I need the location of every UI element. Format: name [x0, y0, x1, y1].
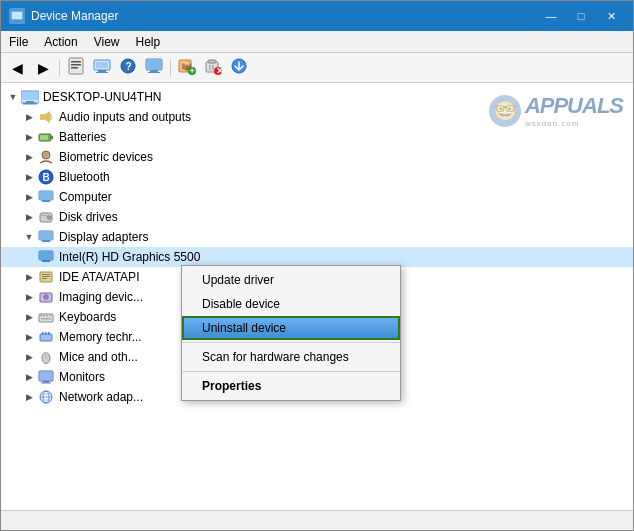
disk-toggle[interactable]: ▶ — [21, 209, 37, 225]
svg-rect-60 — [43, 315, 45, 317]
menu-file[interactable]: File — [1, 33, 36, 51]
add-button[interactable]: 📦 + — [175, 56, 199, 80]
kbd-toggle[interactable]: ▶ — [21, 309, 37, 325]
svg-rect-30 — [26, 101, 34, 103]
maximize-button[interactable]: □ — [567, 6, 595, 26]
tree-item-batteries[interactable]: ▶ Batteries — [1, 127, 633, 147]
menu-help[interactable]: Help — [128, 33, 169, 51]
context-menu: Update driver Disable device Uninstall d… — [181, 265, 401, 401]
ctx-disable-device[interactable]: Disable device — [182, 292, 400, 316]
help-icon: ? — [119, 57, 137, 78]
mon-label: Monitors — [59, 370, 105, 384]
svg-rect-29 — [22, 92, 38, 100]
svg-rect-55 — [42, 278, 47, 279]
svg-rect-9 — [98, 70, 106, 72]
properties-button[interactable] — [64, 56, 88, 80]
tree-root[interactable]: ▼ DESKTOP-UNU4THN — [1, 87, 633, 107]
svg-rect-4 — [71, 61, 81, 63]
svg-rect-10 — [96, 72, 108, 73]
bt-label: Bluetooth — [59, 170, 110, 184]
svg-rect-3 — [69, 58, 83, 74]
root-icon — [21, 89, 39, 105]
disp-label: Display adapters — [59, 230, 148, 244]
tree-item-display[interactable]: ▼ Display adapters — [1, 227, 633, 247]
toolbar: ◀ ▶ — [1, 53, 633, 83]
help-button[interactable]: ? — [116, 56, 140, 80]
svg-text:?: ? — [126, 61, 132, 72]
comp-toggle[interactable]: ▶ — [21, 189, 37, 205]
svg-rect-1 — [13, 20, 21, 22]
audio-toggle[interactable]: ▶ — [21, 109, 37, 125]
ctx-uninstall-device[interactable]: Uninstall device — [182, 316, 400, 340]
svg-rect-42 — [42, 200, 50, 202]
disp-toggle[interactable]: ▼ — [21, 229, 37, 245]
minimize-button[interactable]: — — [537, 6, 565, 26]
title-bar: Device Manager — □ ✕ — [1, 1, 633, 31]
ctx-scan-hardware[interactable]: Scan for hardware changes — [182, 345, 400, 369]
mem-toggle[interactable]: ▶ — [21, 329, 37, 345]
close-button[interactable]: ✕ — [597, 6, 625, 26]
scan-button[interactable] — [227, 56, 251, 80]
img-icon — [37, 289, 55, 305]
svg-rect-22 — [208, 60, 216, 63]
properties-icon — [67, 57, 85, 78]
svg-rect-35 — [51, 136, 53, 139]
bat-icon — [37, 129, 55, 145]
bat-label: Batteries — [59, 130, 106, 144]
svg-point-57 — [44, 295, 49, 300]
svg-rect-36 — [40, 135, 48, 140]
tree-item-audio[interactable]: ▶ Audio inputs and outputs — [1, 107, 633, 127]
svg-rect-41 — [40, 192, 52, 199]
tree-item-intel-gpu[interactable]: Intel(R) HD Graphics 5500 — [1, 247, 633, 267]
status-bar — [1, 510, 633, 530]
mice-toggle[interactable]: ▶ — [21, 349, 37, 365]
tree-item-computer[interactable]: ▶ Computer — [1, 187, 633, 207]
svg-rect-5 — [71, 64, 81, 66]
back-button[interactable]: ◀ — [5, 56, 29, 80]
ide-toggle[interactable]: ▶ — [21, 269, 37, 285]
svg-rect-6 — [71, 67, 78, 69]
svg-rect-47 — [40, 232, 52, 239]
gpu-icon — [37, 249, 55, 265]
root-toggle[interactable]: ▼ — [5, 89, 21, 105]
bat-toggle[interactable]: ▶ — [21, 129, 37, 145]
mem-label: Memory techr... — [59, 330, 142, 344]
mon-toggle[interactable]: ▶ — [21, 369, 37, 385]
bt-toggle[interactable]: ▶ — [21, 169, 37, 185]
svg-rect-73 — [43, 381, 49, 383]
display-button[interactable] — [142, 56, 166, 80]
tree-item-bluetooth[interactable]: ▶ B Bluetooth — [1, 167, 633, 187]
computer-button[interactable] — [90, 56, 114, 80]
svg-rect-15 — [150, 70, 158, 72]
mice-icon — [37, 349, 55, 365]
forward-button[interactable]: ▶ — [31, 56, 55, 80]
svg-point-37 — [42, 151, 50, 159]
ide-icon — [37, 269, 55, 285]
tree-item-disk[interactable]: ▶ Disk drives — [1, 207, 633, 227]
kbd-label: Keyboards — [59, 310, 116, 324]
ctx-properties[interactable]: Properties — [182, 374, 400, 398]
remove-icon: ✕ — [204, 57, 222, 78]
svg-rect-32 — [40, 114, 45, 120]
bio-toggle[interactable]: ▶ — [21, 149, 37, 165]
ide-label: IDE ATA/ATAPI — [59, 270, 139, 284]
menu-action[interactable]: Action — [36, 33, 85, 51]
ctx-separator-2 — [182, 371, 400, 372]
net-label: Network adap... — [59, 390, 143, 404]
audio-label: Audio inputs and outputs — [59, 110, 191, 124]
remove-button[interactable]: ✕ — [201, 56, 225, 80]
menu-view[interactable]: View — [86, 33, 128, 51]
bio-icon — [37, 149, 55, 165]
svg-rect-53 — [42, 274, 50, 275]
net-toggle[interactable]: ▶ — [21, 389, 37, 405]
tree-item-biometric[interactable]: ▶ Biometric devices — [1, 147, 633, 167]
ctx-separator — [182, 342, 400, 343]
kbd-icon — [37, 309, 55, 325]
gpu-label: Intel(R) HD Graphics 5500 — [59, 250, 200, 264]
svg-rect-45 — [41, 215, 47, 216]
svg-rect-8 — [96, 62, 108, 68]
img-toggle[interactable]: ▶ — [21, 289, 37, 305]
svg-text:+: + — [190, 66, 195, 75]
back-icon: ◀ — [12, 60, 23, 76]
ctx-update-driver[interactable]: Update driver — [182, 268, 400, 292]
